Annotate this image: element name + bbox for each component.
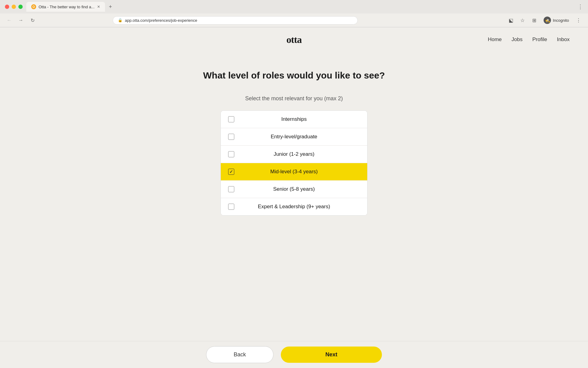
option-label-expert: Expert & Leadership (9+ years) xyxy=(239,204,360,210)
checkbox-expert xyxy=(228,204,234,210)
app-header: otta Home Jobs Profile Inbox xyxy=(0,27,588,52)
main-content: What level of roles would you like to se… xyxy=(0,52,588,368)
bookmark-icon[interactable]: ☆ xyxy=(518,16,527,25)
option-item-mid-level[interactable]: ✓Mid-level (3-4 years) xyxy=(221,163,367,181)
nav-jobs[interactable]: Jobs xyxy=(511,36,522,43)
tab-title: Otta - The better way to find a... xyxy=(39,5,95,9)
back-navigation-button[interactable]: ← xyxy=(5,16,13,25)
option-label-entry-level: Entry-level/graduate xyxy=(239,134,360,140)
nav-links: Home Jobs Profile Inbox xyxy=(488,36,570,43)
new-tab-button[interactable]: + xyxy=(106,2,115,11)
bottom-nav: Back Next xyxy=(0,341,588,368)
url-text: app.otta.com/preferences/job-experience xyxy=(125,18,197,23)
subtitle: Select the most relevant for you (max 2) xyxy=(245,95,343,102)
lock-icon: 🔒 xyxy=(118,18,123,22)
options-list: InternshipsEntry-level/graduateJunior (1… xyxy=(221,110,368,216)
option-item-senior[interactable]: Senior (5-8 years) xyxy=(221,181,367,198)
checkbox-internships xyxy=(228,116,234,122)
browser-tab-active[interactable]: O Otta - The better way to find a... ✕ xyxy=(26,2,105,12)
nav-home[interactable]: Home xyxy=(488,36,502,43)
checkbox-entry-level xyxy=(228,134,234,140)
maximize-window-button[interactable] xyxy=(18,5,23,9)
browser-menu-button[interactable]: ⋮ xyxy=(578,3,583,10)
page-title: What level of roles would you like to se… xyxy=(203,70,385,81)
incognito-icon: 🕵 xyxy=(544,17,551,24)
browser-toolbar: ← → ↻ 🔒 app.otta.com/preferences/job-exp… xyxy=(0,13,588,27)
tab-bar: O Otta - The better way to find a... ✕ + xyxy=(26,2,574,12)
extensions-icon[interactable]: ⊞ xyxy=(530,16,539,25)
option-label-internships: Internships xyxy=(239,116,360,122)
back-button[interactable]: Back xyxy=(206,346,273,363)
address-bar[interactable]: 🔒 app.otta.com/preferences/job-experienc… xyxy=(113,16,358,25)
option-item-entry-level[interactable]: Entry-level/graduate xyxy=(221,128,367,146)
reload-button[interactable]: ↻ xyxy=(28,16,37,25)
nav-inbox[interactable]: Inbox xyxy=(557,36,570,43)
checkmark-icon: ✓ xyxy=(229,169,233,174)
incognito-badge[interactable]: 🕵 Incognito xyxy=(541,15,571,25)
browser-titlebar: O Otta - The better way to find a... ✕ +… xyxy=(0,0,588,13)
forward-navigation-button[interactable]: → xyxy=(17,16,25,25)
option-label-senior: Senior (5-8 years) xyxy=(239,186,360,192)
checkbox-junior xyxy=(228,151,234,157)
browser-chrome: O Otta - The better way to find a... ✕ +… xyxy=(0,0,588,27)
incognito-label: Incognito xyxy=(553,18,569,23)
traffic-lights xyxy=(5,5,23,9)
app-container: otta Home Jobs Profile Inbox What level … xyxy=(0,27,588,368)
logo[interactable]: otta xyxy=(286,34,301,45)
nav-profile[interactable]: Profile xyxy=(532,36,547,43)
option-item-expert[interactable]: Expert & Leadership (9+ years) xyxy=(221,198,367,215)
option-item-junior[interactable]: Junior (1-2 years) xyxy=(221,146,367,163)
minimize-window-button[interactable] xyxy=(12,5,16,9)
tab-favicon: O xyxy=(31,4,36,9)
option-label-junior: Junior (1-2 years) xyxy=(239,151,360,157)
close-window-button[interactable] xyxy=(5,5,9,9)
checkbox-mid-level: ✓ xyxy=(228,169,234,175)
option-label-mid-level: Mid-level (3-4 years) xyxy=(239,169,360,175)
tab-close-button[interactable]: ✕ xyxy=(97,5,100,9)
option-item-internships[interactable]: Internships xyxy=(221,111,367,128)
cast-icon[interactable]: ⬕ xyxy=(506,16,515,25)
browser-menu-dots[interactable]: ⋮ xyxy=(574,16,583,25)
toolbar-actions: ⬕ ☆ ⊞ 🕵 Incognito ⋮ xyxy=(506,15,583,25)
next-button[interactable]: Next xyxy=(281,347,382,363)
checkbox-senior xyxy=(228,186,234,192)
